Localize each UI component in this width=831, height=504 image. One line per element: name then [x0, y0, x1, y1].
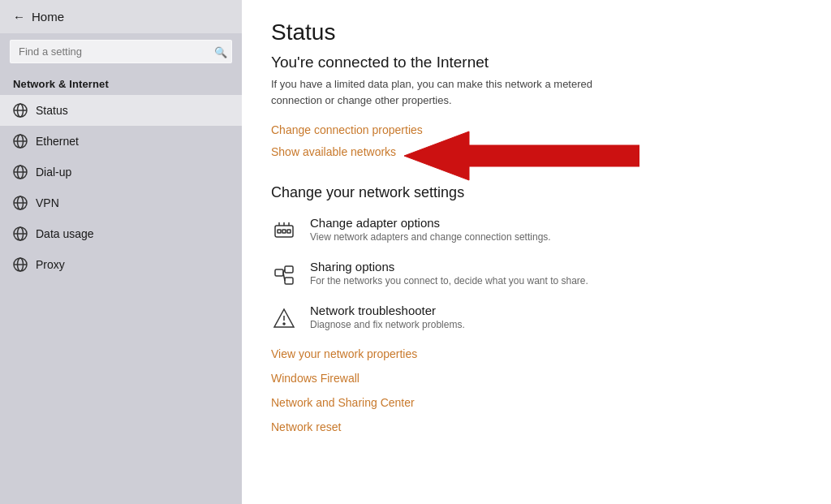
search-input[interactable] — [10, 40, 232, 63]
sidebar-item-dialup-label: Dial-up — [36, 166, 71, 179]
sidebar-item-vpn-label: VPN — [36, 196, 59, 209]
bottom-links: View your network properties Windows Fir… — [271, 347, 802, 433]
adapter-options-item[interactable]: Change adapter options View network adap… — [271, 216, 802, 243]
windows-firewall-link[interactable]: Windows Firewall — [271, 372, 802, 385]
sidebar-item-proxy[interactable]: Proxy — [0, 249, 242, 280]
adapter-desc: View network adapters and change connect… — [310, 231, 551, 243]
sidebar-item-dialup[interactable]: Dial-up — [0, 157, 242, 187]
svg-point-33 — [283, 323, 285, 325]
proxy-icon — [13, 257, 28, 272]
sidebar-item-status-label: Status — [36, 104, 68, 117]
troubleshooter-text-group: Network troubleshooter Diagnose and fix … — [310, 304, 465, 330]
adapter-label: Change adapter options — [310, 216, 551, 230]
adapter-text-group: Change adapter options View network adap… — [310, 216, 551, 243]
search-container: 🔍 — [0, 33, 242, 70]
svg-rect-23 — [278, 230, 281, 233]
sharing-icon — [271, 261, 297, 287]
troubleshooter-desc: Diagnose and fix network problems. — [310, 319, 465, 330]
sidebar-home-label: Home — [32, 10, 64, 24]
svg-marker-18 — [404, 131, 639, 180]
sidebar-item-status[interactable]: Status — [0, 95, 242, 126]
show-available-networks-link[interactable]: Show available networks — [271, 145, 396, 158]
page-title: Status — [271, 19, 802, 45]
connected-status-text: You're connected to the Internet — [271, 54, 802, 71]
arrow-annotation — [404, 127, 639, 184]
svg-rect-27 — [285, 266, 293, 273]
datausage-icon — [13, 226, 28, 241]
sidebar-home-button[interactable]: ← Home — [0, 0, 242, 33]
sharing-label: Sharing options — [310, 260, 588, 274]
vpn-icon — [13, 196, 28, 210]
svg-line-30 — [283, 273, 285, 281]
sharing-desc: For the networks you connect to, decide … — [310, 275, 588, 286]
globe-icon — [13, 103, 28, 118]
sidebar-item-datausage-label: Data usage — [36, 227, 94, 240]
sharing-text-group: Sharing options For the networks you con… — [310, 260, 588, 286]
search-icon-button[interactable]: 🔍 — [214, 45, 227, 58]
sidebar-item-ethernet[interactable]: Ethernet — [0, 126, 242, 157]
sidebar: ← Home 🔍 Network & Internet Status Ether… — [0, 0, 242, 504]
svg-rect-24 — [282, 230, 286, 233]
sidebar-item-ethernet-label: Ethernet — [36, 135, 79, 148]
troubleshooter-icon — [271, 305, 297, 331]
svg-rect-25 — [287, 230, 291, 233]
status-description: If you have a limited data plan, you can… — [271, 76, 628, 108]
sidebar-item-vpn[interactable]: VPN — [0, 187, 242, 218]
sidebar-section-title: Network & Internet — [0, 70, 242, 95]
network-reset-link[interactable]: Network reset — [271, 420, 802, 433]
svg-rect-26 — [275, 269, 283, 276]
troubleshooter-label: Network troubleshooter — [310, 304, 465, 317]
ethernet-icon — [13, 134, 28, 149]
network-sharing-center-link[interactable]: Network and Sharing Center — [271, 396, 802, 409]
sharing-options-item[interactable]: Sharing options For the networks you con… — [271, 260, 802, 287]
home-icon: ← — [13, 10, 25, 24]
sidebar-item-proxy-label: Proxy — [36, 258, 65, 271]
adapter-icon — [271, 218, 297, 243]
change-network-settings-heading: Change your network settings — [271, 184, 802, 201]
sidebar-item-datausage[interactable]: Data usage — [0, 218, 242, 249]
svg-rect-28 — [285, 278, 293, 284]
change-connection-properties-link[interactable]: Change connection properties — [271, 123, 423, 136]
dialup-icon — [13, 165, 28, 179]
main-content: Status You're connected to the Internet … — [242, 0, 831, 504]
troubleshooter-item[interactable]: Network troubleshooter Diagnose and fix … — [271, 304, 802, 331]
view-network-properties-link[interactable]: View your network properties — [271, 347, 802, 360]
